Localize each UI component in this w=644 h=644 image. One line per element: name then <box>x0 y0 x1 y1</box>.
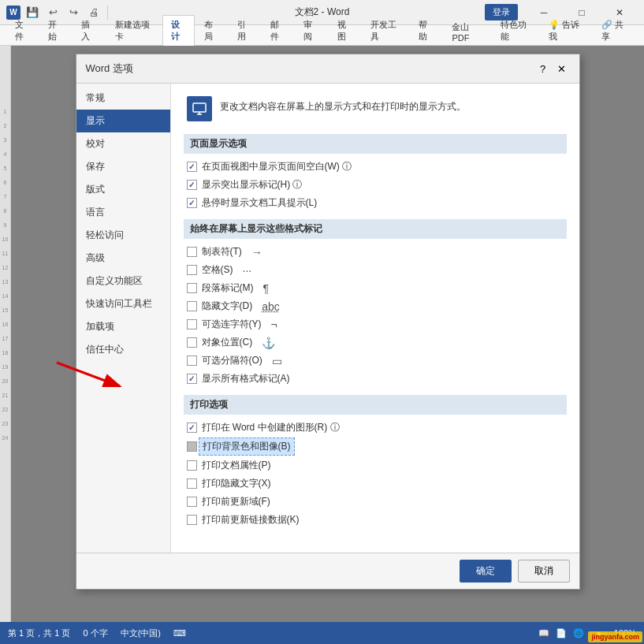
nav-customize-ribbon[interactable]: 自定义功能区 <box>76 270 170 292</box>
nav-accessibility[interactable]: 轻松访问 <box>76 224 170 247</box>
view-read-icon[interactable]: 📖 <box>538 628 549 638</box>
tab-new[interactable]: 新建选项卡 <box>106 15 162 46</box>
keyboard-icon: ⌨ <box>173 628 186 638</box>
main-area: 1 2 3 4 5 6 7 8 9 10 11 12 13 14 15 16 1… <box>0 46 644 622</box>
nav-save[interactable]: 保存 <box>76 155 170 178</box>
highlight-label: 显示突出显示标记(H) ⓘ <box>202 178 303 192</box>
option-space: 空格(S) ··· <box>187 263 564 277</box>
tab-references[interactable]: 引用 <box>229 15 261 46</box>
whitespace-checkbox[interactable] <box>187 162 197 172</box>
nav-advanced[interactable]: 高级 <box>76 247 170 270</box>
zoom-slider[interactable]: ─●─ <box>590 628 608 638</box>
optional-hyphen-symbol: ¬ <box>271 318 277 331</box>
optional-hyphen-label: 可选连字符(Y) <box>202 318 262 331</box>
highlight-checkbox[interactable] <box>187 180 197 190</box>
nav-addins[interactable]: 加载项 <box>76 315 170 338</box>
hidden-text-checkbox[interactable] <box>187 301 197 311</box>
paragraph-symbol: ¶ <box>263 282 270 295</box>
display-icon <box>187 96 212 121</box>
option-whitespace: 在页面视图中显示页面间空白(W) ⓘ <box>187 160 564 173</box>
option-print-hidden-text: 打印隐藏文字(X) <box>187 477 564 490</box>
space-checkbox[interactable] <box>187 265 197 275</box>
header-description: 更改文档内容在屏幕上的显示方式和在打印时的显示方式。 <box>220 96 466 114</box>
option-tab: 制表符(T) → <box>187 245 564 259</box>
format-marks-section-header: 始终在屏幕上显示这些格式标记 <box>184 219 567 239</box>
tooltip-checkbox[interactable] <box>187 198 197 208</box>
update-links-label: 打印前更新链接数据(K) <box>202 513 300 527</box>
document-background: Word 选项 ? ✕ 常规 显示 校对 保存 版式 语言 <box>11 46 644 622</box>
tab-layout[interactable]: 布局 <box>195 15 228 46</box>
object-anchors-symbol: ⚓ <box>262 337 275 349</box>
print-hidden-text-label: 打印隐藏文字(X) <box>202 477 271 490</box>
tab-share[interactable]: 🔗 共享 <box>593 15 637 46</box>
dialog-close-button[interactable]: ✕ <box>554 61 570 76</box>
space-symbol: ··· <box>243 264 252 277</box>
space-label: 空格(S) <box>202 263 233 277</box>
update-fields-label: 打印前更新域(F) <box>202 495 270 508</box>
update-links-checkbox[interactable] <box>187 515 197 525</box>
tab-file[interactable]: 文件 <box>6 15 39 46</box>
ok-button[interactable]: 确定 <box>460 560 512 583</box>
page-display-section-header: 页面显示选项 <box>184 134 567 154</box>
hidden-text-label: 隐藏文字(D) <box>202 300 253 313</box>
option-tooltip: 悬停时显示文档工具提示(L) <box>187 196 564 210</box>
tab-features[interactable]: 特色功能 <box>492 15 539 46</box>
zoom-level: 100% <box>614 628 636 638</box>
option-print-background: 打印背景色和图像(B) <box>187 439 564 454</box>
option-update-links: 打印前更新链接数据(K) <box>187 513 564 527</box>
object-anchors-checkbox[interactable] <box>187 337 197 348</box>
view-web-icon[interactable]: 🌐 <box>573 628 584 638</box>
tab-insert[interactable]: 插入 <box>73 15 105 46</box>
tab-mailings[interactable]: 邮件 <box>262 15 294 46</box>
tab-search[interactable]: 💡 告诉我 <box>540 15 592 46</box>
cancel-button[interactable]: 取消 <box>518 560 570 583</box>
dialog-help-button[interactable]: ? <box>535 61 551 76</box>
print-background-checkbox[interactable] <box>187 441 197 452</box>
nav-layout[interactable]: 版式 <box>76 178 170 201</box>
dialog-title-text: Word 选项 <box>86 61 133 76</box>
dialog-body: 常规 显示 校对 保存 版式 语言 轻松访问 高级 自定义功能区 快速访问工具栏… <box>76 84 579 553</box>
update-fields-checkbox[interactable] <box>187 497 197 507</box>
option-optional-break: 可选分隔符(O) ▭ <box>187 354 564 367</box>
nav-quick-access[interactable]: 快速访问工具栏 <box>76 292 170 315</box>
print-background-label: 打印背景色和图像(B) <box>199 437 295 456</box>
tab-help[interactable]: 帮助 <box>410 15 442 46</box>
paragraph-label: 段落标记(M) <box>202 281 254 295</box>
nav-language[interactable]: 语言 <box>76 201 170 224</box>
nav-trust-center[interactable]: 信任中心 <box>76 338 170 361</box>
tab-pdf[interactable]: 金山PDF <box>443 17 490 46</box>
svg-rect-2 <box>193 103 206 112</box>
content-header: 更改文档内容在屏幕上的显示方式和在打印时的显示方式。 <box>187 96 564 121</box>
optional-break-label: 可选分隔符(O) <box>202 354 262 367</box>
paragraph-checkbox[interactable] <box>187 283 197 293</box>
nav-general[interactable]: 常规 <box>76 87 170 110</box>
print-graphics-checkbox[interactable] <box>187 423 197 433</box>
tab-design[interactable]: 设计 <box>162 15 195 46</box>
optional-break-checkbox[interactable] <box>187 356 197 366</box>
view-print-icon[interactable]: 📄 <box>556 628 567 638</box>
tab-developer[interactable]: 开发工具 <box>362 15 409 46</box>
print-section-header: 打印选项 <box>184 395 567 415</box>
nav-proofing[interactable]: 校对 <box>76 132 170 155</box>
whitespace-label: 在页面视图中显示页面间空白(W) ⓘ <box>202 160 352 173</box>
tab-home[interactable]: 开始 <box>39 15 72 46</box>
word-count: 0 个字 <box>83 627 107 639</box>
tooltip-label: 悬停时显示文档工具提示(L) <box>202 196 318 210</box>
tab-checkbox[interactable] <box>187 247 197 257</box>
vertical-ruler: 1 2 3 4 5 6 7 8 9 10 11 12 13 14 15 16 1… <box>0 46 11 622</box>
language-indicator[interactable]: 中文(中国) <box>121 627 161 639</box>
print-doc-properties-checkbox[interactable] <box>187 460 197 471</box>
status-bar: 第 1 页，共 1 页 0 个字 中文(中国) ⌨ 📖 📄 🌐 ─●─ 100% <box>0 622 644 644</box>
show-all-label: 显示所有格式标记(A) <box>202 372 290 385</box>
option-paragraph: 段落标记(M) ¶ <box>187 281 564 295</box>
tab-review[interactable]: 审阅 <box>295 15 327 46</box>
option-print-graphics: 打印在 Word 中创建的图形(R) ⓘ <box>187 421 564 434</box>
optional-hyphen-checkbox[interactable] <box>187 319 197 329</box>
dialog-title-bar: Word 选项 ? ✕ <box>76 54 579 84</box>
nav-display[interactable]: 显示 <box>76 110 170 132</box>
option-update-fields: 打印前更新域(F) <box>187 495 564 508</box>
option-object-anchors: 对象位置(C) ⚓ <box>187 336 564 349</box>
tab-view[interactable]: 视图 <box>329 15 361 46</box>
print-hidden-text-checkbox[interactable] <box>187 478 197 489</box>
show-all-checkbox[interactable] <box>187 374 197 384</box>
